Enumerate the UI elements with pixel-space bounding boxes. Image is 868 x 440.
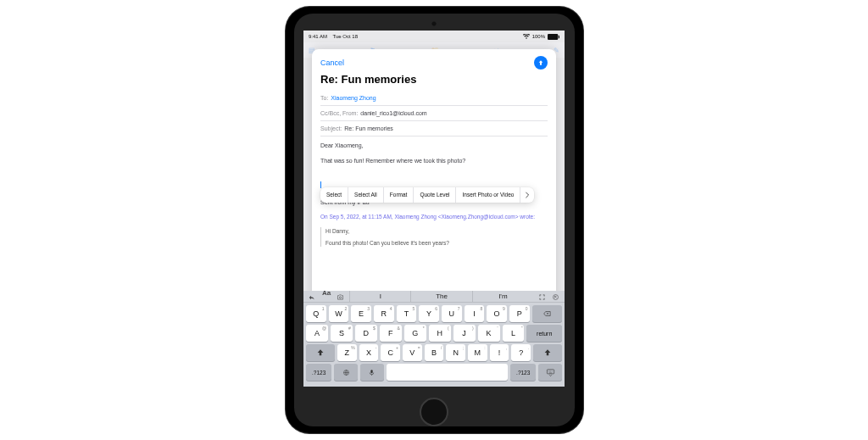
ipad-device: 9:41 AM Tue Oct 18 100% ▤ ⚑ 📁 ↩ ✎ ••• Ca…	[286, 7, 583, 433]
key-row-4: .?123 .?123	[306, 364, 562, 381]
key-f[interactable]: F&	[380, 325, 402, 342]
key-c[interactable]: C+	[381, 344, 400, 361]
key-dictation[interactable]	[360, 364, 384, 381]
key-space[interactable]	[387, 364, 509, 381]
battery-pct: 100%	[532, 34, 545, 39]
subject-value: Re: Fun memories	[344, 125, 393, 131]
key-row-2: A@S#D$F&G*H(J)K'L"return	[306, 325, 562, 342]
svg-rect-0	[548, 34, 558, 40]
handwriting-icon[interactable]	[552, 289, 559, 304]
key-p[interactable]: P0	[509, 305, 530, 322]
key-![interactable]: !,	[490, 344, 509, 361]
key-numbers[interactable]: .?123	[306, 364, 331, 381]
svg-point-2	[340, 296, 342, 298]
cancel-button[interactable]: Cancel	[320, 58, 344, 67]
to-field[interactable]: To: Xiaomeng Zhong	[320, 91, 548, 106]
key-q[interactable]: Q1	[306, 305, 326, 322]
key-l[interactable]: L"	[503, 325, 525, 342]
screen: 9:41 AM Tue Oct 18 100% ▤ ⚑ 📁 ↩ ✎ ••• Ca…	[303, 31, 565, 387]
key-backspace[interactable]	[532, 305, 562, 322]
status-right: 100%	[523, 34, 559, 40]
key-globe[interactable]	[334, 364, 358, 381]
key-s[interactable]: S#	[331, 325, 353, 342]
key-a[interactable]: A@	[306, 325, 328, 342]
undo-icon[interactable]	[309, 289, 316, 304]
suggestion-1[interactable]: I	[349, 291, 410, 303]
suggestion-2[interactable]: The	[410, 291, 471, 303]
key-?[interactable]: ?.	[511, 344, 531, 361]
key-j[interactable]: J)	[453, 325, 476, 342]
ipad-bezel: 9:41 AM Tue Oct 18 100% ▤ ⚑ 📁 ↩ ✎ ••• Ca…	[294, 14, 575, 426]
key-v[interactable]: V=	[403, 344, 422, 361]
quote-body: Found this photo! Can you believe it's b…	[326, 239, 548, 248]
keyboard-accessory: Aa I The I'm	[303, 291, 565, 303]
send-button[interactable]	[534, 56, 548, 70]
key-shift-right[interactable]	[533, 344, 562, 361]
key-n[interactable]: N;	[446, 344, 465, 361]
scan-icon[interactable]	[538, 289, 546, 304]
key-y[interactable]: Y6	[419, 305, 439, 322]
key-hide-keyboard[interactable]	[538, 364, 562, 381]
keyboard: Aa I The I'm Q1W2E3R4T5Y6U7I8O9P0 A@S#D$…	[303, 291, 565, 387]
to-value[interactable]: Xiaomeng Zhong	[331, 95, 376, 101]
wifi-icon	[523, 34, 530, 39]
suggestion-bar: I The I'm	[349, 291, 533, 303]
key-m[interactable]: M:	[468, 344, 487, 361]
status-date: Tue Oct 18	[333, 34, 358, 39]
key-numbers-right[interactable]: .?123	[510, 364, 536, 381]
status-bar: 9:41 AM Tue Oct 18 100%	[303, 31, 565, 42]
key-k[interactable]: K'	[478, 325, 500, 342]
key-shift-left[interactable]	[306, 344, 335, 361]
key-o[interactable]: O9	[487, 305, 507, 322]
text-caret	[320, 181, 321, 188]
svg-rect-5	[371, 370, 373, 373]
ctx-quote[interactable]: Quote Level	[414, 187, 456, 203]
key-row-3: Z%X-C+V=B/N;M:!,?.	[306, 344, 562, 361]
quoted-message: Hi Danny, Found this photo! Can you beli…	[320, 227, 548, 248]
quote-greet: Hi Danny,	[326, 227, 548, 236]
keyboard-keys: Q1W2E3R4T5Y6U7I8O9P0 A@S#D$F&G*H(J)K'L"r…	[303, 303, 565, 387]
key-d[interactable]: D$	[355, 325, 377, 342]
key-h[interactable]: H(	[429, 325, 451, 342]
body-greeting: Dear Xiaomeng,	[320, 142, 548, 151]
svg-rect-1	[559, 35, 559, 38]
to-label: To:	[320, 95, 328, 101]
ccfrom-value: daniel_rico1@icloud.com	[360, 110, 426, 116]
key-i[interactable]: I8	[465, 305, 485, 322]
key-r[interactable]: R4	[374, 305, 394, 322]
subject-label: Subject:	[320, 125, 342, 131]
battery-icon	[548, 34, 559, 40]
context-menu[interactable]: Select Select All Format Quote Level Ins…	[320, 187, 534, 203]
key-t[interactable]: T5	[397, 305, 417, 322]
suggestion-3[interactable]: I'm	[472, 291, 533, 303]
body-line1: That was so fun! Remember where we took …	[320, 157, 548, 166]
compose-title: Re: Fun memories	[320, 73, 548, 86]
status-left: 9:41 AM Tue Oct 18	[309, 34, 358, 39]
key-g[interactable]: G*	[404, 325, 426, 342]
home-button[interactable]	[420, 398, 448, 426]
ctx-select[interactable]: Select	[320, 187, 348, 203]
key-u[interactable]: U7	[442, 305, 462, 322]
key-z[interactable]: Z%	[337, 344, 357, 361]
camera-icon[interactable]	[337, 289, 344, 304]
status-time: 9:41 AM	[309, 34, 327, 39]
ctx-select-all[interactable]: Select All	[348, 187, 384, 203]
ctx-more-chevron[interactable]	[520, 187, 534, 203]
key-e[interactable]: E3	[351, 305, 371, 322]
quote-header: On Sep 5, 2022, at 11:15 AM, Xiaomeng Zh…	[320, 213, 548, 221]
key-b[interactable]: B/	[425, 344, 444, 361]
subject-field[interactable]: Subject: Re: Fun memories	[320, 121, 548, 136]
ccfrom-label: Cc/Bcc, From:	[320, 110, 358, 116]
cc-from-field[interactable]: Cc/Bcc, From: daniel_rico1@icloud.com	[320, 106, 548, 121]
text-format-icon[interactable]: Aa	[322, 289, 331, 304]
key-return[interactable]: return	[526, 325, 562, 342]
ctx-format[interactable]: Format	[384, 187, 415, 203]
front-camera	[431, 21, 437, 26]
key-w[interactable]: W2	[329, 305, 349, 322]
key-x[interactable]: X-	[359, 344, 379, 361]
key-row-1: Q1W2E3R4T5Y6U7I8O9P0	[306, 305, 562, 322]
ctx-insert[interactable]: Insert Photo or Video	[456, 187, 520, 203]
